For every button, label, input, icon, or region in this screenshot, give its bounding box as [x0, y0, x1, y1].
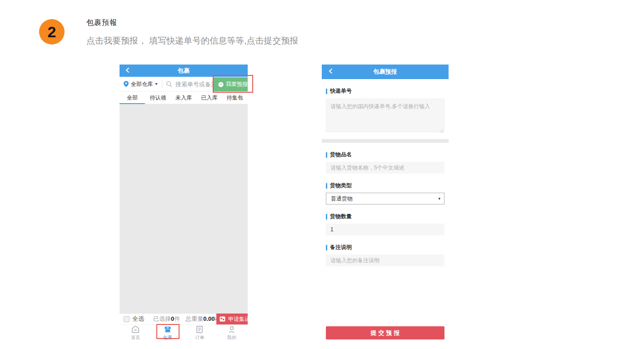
divider — [162, 80, 162, 88]
tracking-number-label: 快递单号 — [326, 87, 444, 95]
forecast-header: 包裹预报 — [322, 65, 449, 79]
goods-name-input[interactable] — [326, 162, 444, 174]
selection-action-bar: 全选 已选择0件 总重量0.00kg 申请集运 — [120, 313, 248, 324]
label-accent-bar — [326, 214, 327, 219]
order-list-icon — [195, 325, 204, 334]
home-icon — [131, 325, 140, 334]
remark-input[interactable] — [326, 254, 444, 266]
tab-not-in-warehouse[interactable]: 未入库 — [171, 92, 196, 104]
forecast-form-screen: 包裹预报 快递单号 货物品名 货物类型 普通货物 — [322, 65, 449, 341]
warehouse-filter-dropdown[interactable]: 全部仓库 — [124, 80, 158, 88]
nav-item-orders[interactable]: 订单 — [184, 325, 216, 341]
goods-quantity-label: 货物数量 — [326, 213, 444, 220]
packages-header: 包裹 — [120, 65, 248, 77]
chevron-left-icon — [125, 67, 130, 75]
forecast-button-label: 我要预报 — [226, 80, 248, 88]
nav-label-packages: 包裹 — [163, 334, 172, 341]
packages-screen: 包裹 全部仓库 我要预报 全部 待认 — [120, 65, 248, 341]
nav-item-home[interactable]: 首页 — [120, 325, 152, 341]
tab-all[interactable]: 全部 — [120, 92, 145, 104]
total-weight-text: 总重量0.00kg — [185, 315, 220, 323]
remark-label: 备注说明 — [326, 244, 444, 251]
goods-type-label: 货物类型 — [326, 182, 444, 189]
goods-type-select[interactable]: 普通货物 ▾ — [326, 193, 444, 204]
spacer — [326, 266, 444, 325]
selected-count-text: 已选择0件 — [153, 315, 180, 323]
package-tabs: 全部 待认领 未入库 已入库 待集包 — [120, 92, 248, 104]
empty-package-list — [120, 104, 248, 313]
nav-label-orders: 订单 — [195, 334, 204, 341]
warehouse-filter-label: 全部仓库 — [131, 80, 153, 88]
consolidate-button-label: 申请集运 — [228, 315, 248, 323]
select-all-checkbox[interactable] — [124, 316, 130, 322]
bottom-nav: 首页 包裹 订单 我的 — [120, 324, 248, 341]
page-subtitle: 点击我要预报， 填写快递单号的信息等等,点击提交预报 — [86, 35, 299, 47]
tab-in-warehouse[interactable]: 已入库 — [196, 92, 222, 104]
location-pin-icon — [124, 81, 129, 87]
search-bar: 全部仓库 我要预报 — [120, 77, 248, 92]
nav-item-me[interactable]: 我的 — [216, 325, 248, 341]
nav-label-home: 首页 — [131, 334, 140, 341]
label-accent-bar — [326, 152, 327, 158]
back-button[interactable] — [125, 65, 130, 77]
search-icon — [166, 81, 172, 87]
page-title: 包裹預報 — [86, 18, 299, 28]
forecast-title: 包裹预报 — [374, 68, 397, 76]
select-all-label: 全选 — [132, 315, 144, 323]
submit-forecast-button[interactable]: 提交预报 — [326, 326, 444, 339]
consolidation-box-icon — [220, 316, 225, 322]
tab-to-claim[interactable]: 待认领 — [145, 92, 170, 104]
chevron-left-icon — [329, 68, 333, 76]
section-separator — [322, 139, 449, 143]
tracking-number-field-wrap — [326, 99, 444, 134]
goods-quantity-input[interactable] — [326, 224, 444, 235]
forecast-footer: 提交预报 — [322, 325, 449, 341]
tab-to-consolidate[interactable]: 待集包 — [222, 92, 248, 104]
goods-name-label: 货物品名 — [326, 151, 444, 159]
user-icon — [227, 325, 236, 334]
packages-title: 包裹 — [178, 67, 190, 75]
consolidate-button[interactable]: 申请集运 — [216, 314, 248, 324]
label-accent-bar — [326, 89, 327, 94]
package-box-icon — [163, 325, 172, 334]
back-button[interactable] — [329, 65, 333, 79]
goods-type-selected-value: 普通货物 — [331, 195, 353, 203]
label-accent-bar — [326, 245, 327, 250]
caret-down-icon — [155, 83, 158, 85]
step-number-badge: 2 — [39, 19, 65, 45]
label-accent-bar — [326, 183, 327, 189]
tracking-number-textarea[interactable] — [326, 99, 444, 132]
chevron-down-icon: ▾ — [438, 196, 440, 201]
forecast-form: 快递单号 货物品名 货物类型 普通货物 ▾ 货物数量 — [322, 79, 449, 325]
nav-label-me: 我的 — [227, 334, 236, 341]
forecast-button[interactable]: 我要预报 — [214, 77, 248, 91]
nav-item-packages[interactable]: 包裹 — [152, 325, 184, 341]
clock-icon — [218, 82, 224, 87]
step-text-block: 包裹預報 点击我要预报， 填写快递单号的信息等等,点击提交预报 — [86, 18, 299, 47]
tutorial-page: 2 包裹預報 点击我要预报， 填写快递单号的信息等等,点击提交预报 包裹 全部仓… — [0, 0, 644, 349]
